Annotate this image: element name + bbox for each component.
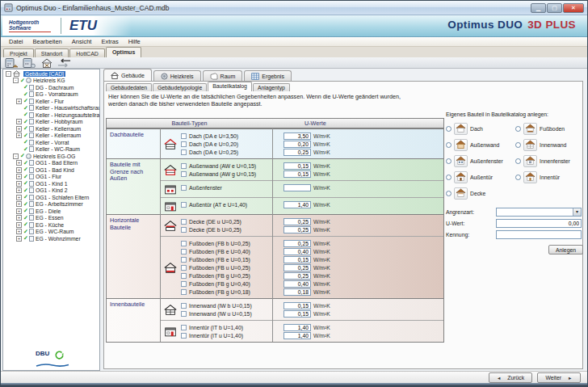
row-checkbox[interactable] bbox=[181, 325, 187, 330]
tree-room-item[interactable]: + EG - Vorratsraum bbox=[3, 91, 99, 99]
angrenzart-dropdown[interactable] bbox=[496, 208, 582, 217]
u-value-input[interactable] bbox=[284, 226, 311, 233]
radio-fussboden[interactable] bbox=[515, 126, 521, 132]
u-value-input[interactable] bbox=[284, 332, 311, 339]
expander-icon[interactable]: + bbox=[16, 126, 22, 132]
expander-icon[interactable]: + bbox=[16, 174, 22, 179]
expander-icon[interactable]: + bbox=[16, 99, 22, 104]
expander-icon[interactable]: - bbox=[13, 154, 19, 159]
expander-icon[interactable]: + bbox=[16, 236, 22, 242]
tree-room-item[interactable]: + EG - Küche bbox=[3, 221, 99, 229]
tab-hottcad[interactable]: HottCAD bbox=[69, 48, 105, 57]
tree-room-item[interactable]: + EG - Diele bbox=[3, 208, 99, 215]
tree-group-heizkreis-eg-og[interactable]: - Heizkreis EG-OG bbox=[3, 153, 99, 160]
u-value-input[interactable] bbox=[284, 141, 311, 148]
expander-icon[interactable]: + bbox=[16, 167, 22, 173]
tree-root-item[interactable]: - Gebäude [CAD] bbox=[3, 70, 99, 78]
row-checkbox[interactable] bbox=[181, 311, 187, 317]
expander-icon[interactable]: + bbox=[16, 119, 22, 124]
expander-icon[interactable]: + bbox=[16, 215, 22, 221]
tree-room-item[interactable]: + Keller - Hobbyraum bbox=[3, 119, 99, 126]
u-value-input[interactable] bbox=[284, 133, 311, 140]
zurueck-button[interactable]: Zurück bbox=[489, 372, 532, 383]
tab-raum[interactable]: Raum bbox=[203, 70, 243, 81]
tree-room-item[interactable]: + DG - Dachraum bbox=[3, 84, 99, 91]
expander-icon[interactable]: + bbox=[16, 201, 22, 207]
expander-icon[interactable]: + bbox=[16, 187, 22, 193]
row-checkbox[interactable] bbox=[181, 227, 187, 233]
u-value-input[interactable] bbox=[284, 310, 311, 318]
u-value-input[interactable] bbox=[284, 184, 311, 191]
row-checkbox[interactable] bbox=[181, 273, 187, 279]
tree-room-item[interactable]: + OG1 - Kind 1 bbox=[3, 180, 99, 187]
u-value-input[interactable] bbox=[284, 324, 311, 331]
tab-projekt[interactable]: Projekt bbox=[3, 48, 34, 57]
row-checkbox[interactable] bbox=[181, 265, 187, 271]
subtab-gebaeudetypologie[interactable]: Gebäudetypologie bbox=[153, 83, 207, 91]
u-value-input[interactable] bbox=[284, 280, 311, 288]
expander-icon[interactable]: + bbox=[16, 195, 22, 200]
tree-room-item[interactable]: + Keller - Flur bbox=[3, 98, 99, 105]
row-checkbox[interactable] bbox=[181, 333, 187, 339]
tree-room-item[interactable]: + EG - Arbeitszimmer bbox=[3, 201, 99, 208]
radio-dach[interactable] bbox=[446, 126, 452, 132]
tab-optimus[interactable]: Optimus bbox=[106, 47, 141, 57]
expander-icon[interactable]: + bbox=[16, 208, 22, 214]
radio-aussenwand[interactable] bbox=[446, 142, 452, 148]
minimize-button[interactable]: ▁ bbox=[531, 3, 546, 13]
radio-innentuer[interactable] bbox=[515, 175, 521, 180]
u-value-input[interactable] bbox=[284, 272, 311, 280]
expander-icon[interactable]: + bbox=[16, 181, 22, 187]
subtab-gebaeudedaten[interactable]: Gebäudedaten bbox=[106, 83, 152, 91]
kennung-input[interactable] bbox=[496, 230, 582, 239]
tree-room-item[interactable]: + EG - Wohnzimmer bbox=[3, 235, 99, 242]
tree-group-heizkreis-kg[interactable]: - Heizkreis KG bbox=[3, 78, 99, 85]
row-checkbox[interactable] bbox=[181, 185, 187, 191]
row-checkbox[interactable] bbox=[181, 171, 187, 177]
u-value-input[interactable] bbox=[284, 302, 311, 309]
maximize-button[interactable]: ▢ bbox=[547, 3, 562, 13]
menu-bearbeiten[interactable]: Bearbeiten bbox=[28, 38, 67, 45]
menu-extras[interactable]: Extras bbox=[96, 38, 123, 45]
menu-hilfe[interactable]: Hilfe bbox=[124, 38, 145, 45]
radio-innenwand[interactable] bbox=[515, 142, 521, 148]
subtab-bauteilkatalog[interactable]: Bauteilkatalog bbox=[208, 82, 252, 91]
radio-aussentuer[interactable] bbox=[446, 175, 452, 180]
u-value-input[interactable] bbox=[284, 162, 311, 170]
anlegen-button[interactable]: Anlegen bbox=[548, 245, 583, 254]
house-tools-icon[interactable] bbox=[40, 58, 53, 68]
row-checkbox[interactable] bbox=[181, 249, 187, 254]
weiter-button[interactable]: Weiter bbox=[537, 372, 581, 383]
u-value-input[interactable] bbox=[284, 248, 311, 255]
expander-icon[interactable]: + bbox=[16, 160, 22, 166]
row-checkbox[interactable] bbox=[181, 149, 187, 155]
u-value-input[interactable] bbox=[284, 256, 311, 263]
transfer-arrows-icon[interactable] bbox=[57, 58, 71, 68]
row-checkbox[interactable] bbox=[181, 219, 187, 225]
tree-room-item[interactable]: + Keller - Heizungsaufstellraum bbox=[3, 111, 99, 119]
menu-ansicht[interactable]: Ansicht bbox=[67, 38, 97, 45]
expander-icon[interactable]: - bbox=[13, 78, 19, 83]
radio-decke[interactable] bbox=[446, 191, 452, 196]
expander-icon[interactable]: - bbox=[6, 71, 11, 77]
u-value-input[interactable] bbox=[284, 149, 311, 156]
tree-room-item[interactable]: + Keller - Vorrat bbox=[3, 139, 99, 146]
row-checkbox[interactable] bbox=[181, 163, 187, 169]
tree-room-item[interactable]: + OG1 - Schlafen Eltern bbox=[3, 194, 99, 201]
expander-icon[interactable]: + bbox=[16, 222, 22, 228]
tree-room-item[interactable]: + OG1 - Kind 2 bbox=[3, 187, 99, 195]
tree-room-item[interactable]: + Keller - Hauswirtschaftsraum bbox=[3, 105, 99, 112]
u-value-input[interactable] bbox=[284, 170, 311, 178]
row-checkbox[interactable] bbox=[181, 133, 187, 139]
tree-room-item[interactable]: + EG - WC-Raum bbox=[3, 229, 99, 236]
row-checkbox[interactable] bbox=[181, 281, 187, 287]
u-value-input[interactable] bbox=[284, 240, 311, 247]
tab-standort[interactable]: Standort bbox=[35, 48, 69, 57]
tab-heizkreis[interactable]: Heizkreis bbox=[153, 70, 201, 81]
radio-aussenfenster[interactable] bbox=[446, 158, 452, 164]
tree-room-item[interactable]: + OG1 - Flur bbox=[3, 174, 99, 181]
close-button[interactable]: ✕ bbox=[563, 3, 584, 13]
tab-gebaeude[interactable]: Gebäude bbox=[103, 69, 152, 81]
tab-ergebnis[interactable]: Ergebnis bbox=[244, 70, 292, 81]
radio-innenfenster[interactable] bbox=[515, 158, 521, 164]
